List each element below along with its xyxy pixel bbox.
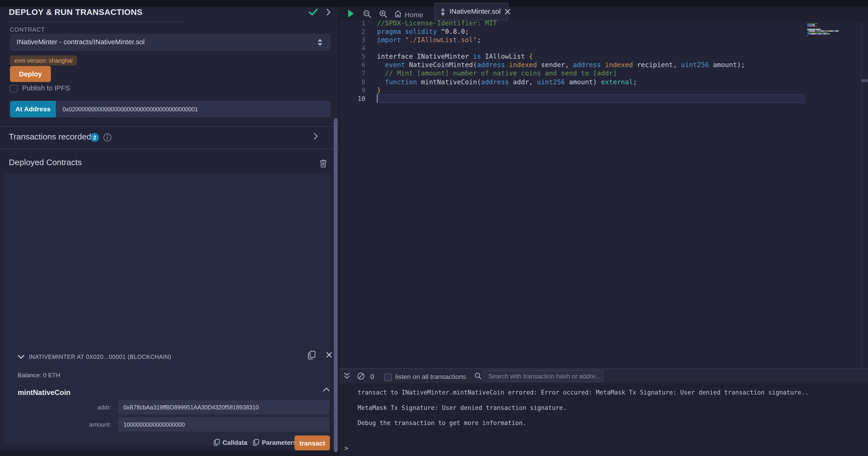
code-line-6[interactable]: 6 event NativeCoinMinted(address indexed… xyxy=(339,61,868,69)
tab-home[interactable]: Home xyxy=(405,11,423,19)
copy-icon xyxy=(214,439,220,446)
line-number: 1 xyxy=(339,19,365,27)
at-address-button[interactable]: At Address xyxy=(10,101,56,117)
line-number: 8 xyxy=(339,78,365,85)
contract-label: CONTRACT xyxy=(10,26,45,33)
transactions-count-badge: 2 xyxy=(90,133,99,142)
panel-scrollbar[interactable] xyxy=(334,118,338,452)
code-text: pragma solidity ^0.8.0; xyxy=(377,27,469,35)
panel-bottom-strip xyxy=(0,450,339,456)
terminal-log-line: Debug the transaction to get more inform… xyxy=(358,416,867,431)
evm-version-badge: evm version: shanghai xyxy=(10,55,77,65)
contract-select[interactable]: INativeMinter - contracts/INativeMinter.… xyxy=(10,34,331,51)
deploy-button[interactable]: Deploy xyxy=(10,66,51,82)
remix-ide-app: DEPLOY & RUN TRANSACTIONS CONTRACT INati… xyxy=(0,0,868,456)
compile-success-icon xyxy=(309,8,318,16)
panel-title: DEPLOY & RUN TRANSACTIONS xyxy=(9,7,143,17)
code-text: function mintNativeCoin(address addr, ui… xyxy=(377,78,637,85)
minimap-separator xyxy=(861,21,862,368)
solidity-icon xyxy=(440,7,446,16)
line-number: 9 xyxy=(339,86,365,94)
publish-ipfs-checkbox[interactable] xyxy=(10,85,18,92)
instance-header[interactable]: INATIVEMINTER AT 0X020...00001 (BLOCKCHA… xyxy=(29,353,171,360)
listen-checkbox[interactable] xyxy=(384,373,392,381)
code-line-9[interactable]: 9} xyxy=(339,86,868,94)
copy-icon[interactable] xyxy=(308,351,315,360)
copy-calldata-button[interactable]: Calldata xyxy=(214,439,247,446)
addr-param-label: addr: xyxy=(59,404,111,410)
addr-param-value: 0xB78cbAa319ffBD899951AA30D4320f58189383… xyxy=(123,404,258,410)
transactions-recorded-label: Transactions recorded xyxy=(9,132,91,141)
tab-label: INativeMinter.sol xyxy=(450,8,501,16)
info-icon xyxy=(103,133,112,142)
transactions-expand-icon[interactable] xyxy=(313,133,318,140)
addr-param-input[interactable]: 0xB78cbAa319ffBD899951AA30D4320f58189383… xyxy=(118,400,330,415)
search-icon xyxy=(474,372,482,380)
amount-param-input[interactable]: 1000000000000000000 xyxy=(118,417,330,431)
trash-icon[interactable] xyxy=(319,159,327,168)
expanded-function-name[interactable]: mintNativeCoin xyxy=(18,389,70,397)
code-line-5[interactable]: 5interface INativeMinter is IAllowList { xyxy=(339,52,868,61)
select-spinner-icon xyxy=(317,38,323,47)
terminal-search-input[interactable]: Search with transaction hash or addre... xyxy=(483,370,603,382)
code-line-8[interactable]: 8 function mintNativeCoin(address addr, … xyxy=(339,78,868,86)
code-text: //SPDX-License-Identifier: MIT xyxy=(377,19,497,27)
line-number: 3 xyxy=(339,36,365,44)
balance-label: Balance: 0 ETH xyxy=(18,372,60,378)
divider xyxy=(0,149,339,149)
code-line-7[interactable]: 7 // Mint [amount] number of native coin… xyxy=(339,69,868,78)
at-address-value: 0x02000000000000000000000000000000000000… xyxy=(63,106,198,113)
tab-close-icon[interactable] xyxy=(505,9,510,15)
amount-param-label: amount: xyxy=(59,421,111,428)
line-number: 2 xyxy=(339,27,365,35)
code-text: interface INativeMinter is IAllowList { xyxy=(377,53,533,60)
publish-ipfs-label: Publish to IPFS xyxy=(22,84,70,92)
minimap-line xyxy=(807,36,860,37)
pending-tx-count: 0 xyxy=(370,373,374,380)
panel-collapse-icon[interactable] xyxy=(326,8,331,16)
editor-minimap[interactable] xyxy=(807,23,860,38)
run-script-icon[interactable] xyxy=(348,9,354,18)
instance-collapse-icon[interactable] xyxy=(18,354,25,359)
line-number: 10 xyxy=(339,94,365,102)
deployed-contracts-title: Deployed Contracts xyxy=(9,158,82,167)
zoom-in-icon[interactable] xyxy=(379,10,388,19)
search-placeholder: Search with transaction hash or addre... xyxy=(488,373,601,379)
line-number: 5 xyxy=(339,53,365,60)
zoom-out-icon[interactable] xyxy=(363,10,372,19)
code-text: } xyxy=(377,86,381,94)
code-lines: 1//SPDX-License-Identifier: MIT2pragma s… xyxy=(339,19,868,103)
terminal-expand-icon[interactable] xyxy=(344,372,350,380)
contract-selected-value: INativeMinter - contracts/INativeMinter.… xyxy=(17,38,145,46)
chevron-up-icon[interactable] xyxy=(323,387,330,392)
amount-param-value: 1000000000000000000 xyxy=(123,421,185,428)
terminal-log-line: transact to INativeMinter.mintNativeCoin… xyxy=(358,385,867,400)
terminal-log-line: MetaMask Tx Signature: User denied trans… xyxy=(358,400,867,416)
home-icon[interactable] xyxy=(394,10,402,18)
transact-button[interactable]: transact xyxy=(294,435,330,450)
line-number: 4 xyxy=(339,44,365,52)
listen-label: listen on all transactions xyxy=(395,373,466,380)
terminal-logs: transact to INativeMinter.mintNativeCoin… xyxy=(358,385,867,431)
code-text: event NativeCoinMinted(address indexed s… xyxy=(377,61,745,69)
code-line-4[interactable]: 4 xyxy=(339,44,868,52)
terminal-prompt[interactable]: > xyxy=(344,444,348,452)
text-cursor xyxy=(377,94,378,103)
at-address-input[interactable]: 0x02000000000000000000000000000000000000… xyxy=(56,101,331,117)
editor-scrollbar-marker xyxy=(861,79,868,82)
code-line-3[interactable]: 3import "./IAllowList.sol"; xyxy=(339,36,868,44)
line-number: 7 xyxy=(339,69,365,77)
close-icon[interactable] xyxy=(326,352,332,358)
code-text: import "./IAllowList.sol"; xyxy=(377,36,481,44)
deployed-contract-card: INATIVEMINTER AT 0X020...00001 (BLOCKCHA… xyxy=(4,173,331,444)
top-strip xyxy=(0,0,868,7)
code-line-1[interactable]: 1//SPDX-License-Identifier: MIT xyxy=(339,19,868,27)
code-line-2[interactable]: 2pragma solidity ^0.8.0; xyxy=(339,27,868,36)
copy-icon xyxy=(253,439,259,446)
code-text: // Mint [amount] number of native coins … xyxy=(377,69,617,77)
clear-console-icon[interactable] xyxy=(357,372,365,380)
copy-parameters-button[interactable]: Parameters xyxy=(253,439,297,446)
line-number: 6 xyxy=(339,61,365,69)
code-line-10[interactable]: 10 xyxy=(339,94,868,103)
tab-inativeminter[interactable]: INativeMinter.sol xyxy=(434,3,508,21)
